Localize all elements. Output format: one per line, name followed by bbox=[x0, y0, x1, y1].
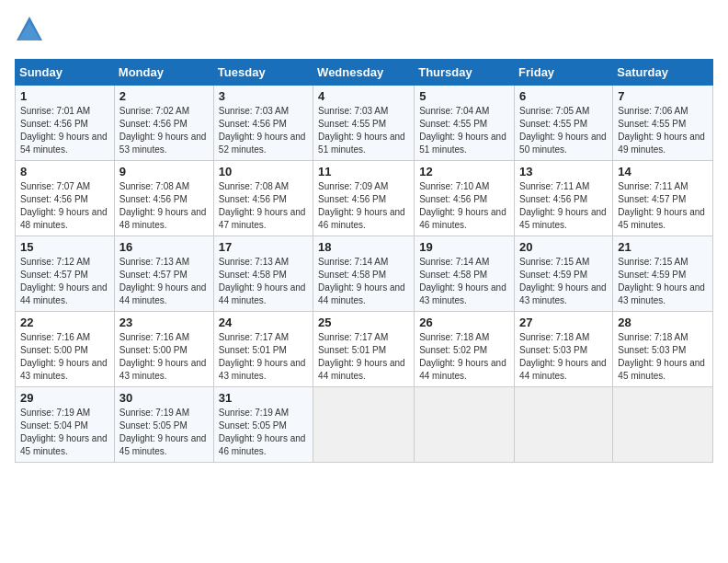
calendar-cell: 25Sunrise: 7:17 AMSunset: 5:01 PMDayligh… bbox=[313, 312, 415, 387]
day-info: Sunrise: 7:10 AMSunset: 4:56 PMDaylight:… bbox=[419, 180, 509, 232]
day-number: 21 bbox=[618, 240, 708, 254]
calendar-week-row: 22Sunrise: 7:16 AMSunset: 5:00 PMDayligh… bbox=[16, 312, 713, 387]
calendar-cell: 11Sunrise: 7:09 AMSunset: 4:56 PMDayligh… bbox=[313, 161, 415, 236]
day-info: Sunrise: 7:16 AMSunset: 5:00 PMDaylight:… bbox=[20, 331, 109, 383]
day-info: Sunrise: 7:12 AMSunset: 4:57 PMDaylight:… bbox=[20, 256, 109, 307]
calendar-week-row: 29Sunrise: 7:19 AMSunset: 5:04 PMDayligh… bbox=[16, 387, 713, 463]
day-number: 24 bbox=[219, 316, 308, 329]
day-info: Sunrise: 7:18 AMSunset: 5:03 PMDaylight:… bbox=[618, 331, 708, 383]
day-number: 29 bbox=[20, 391, 109, 405]
calendar-cell: 1Sunrise: 7:01 AMSunset: 4:56 PMDaylight… bbox=[16, 86, 115, 161]
page-header bbox=[15, 15, 713, 48]
day-info: Sunrise: 7:19 AMSunset: 5:05 PMDaylight:… bbox=[119, 407, 209, 458]
day-number: 16 bbox=[119, 240, 209, 254]
day-number: 13 bbox=[519, 165, 608, 178]
day-info: Sunrise: 7:17 AMSunset: 5:01 PMDaylight:… bbox=[219, 331, 308, 383]
day-number: 17 bbox=[219, 240, 308, 254]
day-info: Sunrise: 7:02 AMSunset: 4:56 PMDaylight:… bbox=[119, 105, 209, 156]
calendar-cell: 18Sunrise: 7:14 AMSunset: 4:58 PMDayligh… bbox=[313, 236, 415, 312]
day-info: Sunrise: 7:13 AMSunset: 4:58 PMDaylight:… bbox=[219, 256, 308, 307]
calendar-cell: 10Sunrise: 7:08 AMSunset: 4:56 PMDayligh… bbox=[213, 161, 313, 236]
day-number: 22 bbox=[20, 316, 109, 329]
calendar-cell bbox=[313, 387, 415, 463]
calendar-cell: 17Sunrise: 7:13 AMSunset: 4:58 PMDayligh… bbox=[213, 236, 313, 312]
day-info: Sunrise: 7:09 AMSunset: 4:56 PMDaylight:… bbox=[318, 180, 409, 232]
day-number: 10 bbox=[219, 165, 308, 178]
day-number: 4 bbox=[318, 89, 409, 103]
day-info: Sunrise: 7:16 AMSunset: 5:00 PMDaylight:… bbox=[119, 331, 209, 383]
day-info: Sunrise: 7:19 AMSunset: 5:05 PMDaylight:… bbox=[219, 407, 308, 458]
day-number: 31 bbox=[219, 391, 308, 405]
day-number: 19 bbox=[419, 240, 509, 254]
calendar-cell: 19Sunrise: 7:14 AMSunset: 4:58 PMDayligh… bbox=[415, 236, 515, 312]
calendar-cell: 3Sunrise: 7:03 AMSunset: 4:56 PMDaylight… bbox=[213, 86, 313, 161]
day-number: 30 bbox=[119, 391, 209, 405]
calendar-cell: 27Sunrise: 7:18 AMSunset: 5:03 PMDayligh… bbox=[515, 312, 613, 387]
day-info: Sunrise: 7:05 AMSunset: 4:55 PMDaylight:… bbox=[519, 105, 608, 156]
day-number: 9 bbox=[119, 165, 209, 178]
calendar-cell bbox=[515, 387, 613, 463]
calendar-cell: 13Sunrise: 7:11 AMSunset: 4:56 PMDayligh… bbox=[515, 161, 613, 236]
weekday-header: Tuesday bbox=[213, 60, 313, 86]
day-info: Sunrise: 7:11 AMSunset: 4:57 PMDaylight:… bbox=[618, 180, 708, 232]
day-info: Sunrise: 7:08 AMSunset: 4:56 PMDaylight:… bbox=[119, 180, 209, 232]
day-info: Sunrise: 7:14 AMSunset: 4:58 PMDaylight:… bbox=[318, 256, 409, 307]
calendar-cell: 15Sunrise: 7:12 AMSunset: 4:57 PMDayligh… bbox=[16, 236, 115, 312]
calendar-cell: 26Sunrise: 7:18 AMSunset: 5:02 PMDayligh… bbox=[415, 312, 515, 387]
calendar-cell: 22Sunrise: 7:16 AMSunset: 5:00 PMDayligh… bbox=[16, 312, 115, 387]
logo-icon bbox=[15, 15, 44, 48]
weekday-header: Saturday bbox=[613, 60, 713, 86]
day-number: 7 bbox=[618, 89, 708, 103]
calendar-table: SundayMondayTuesdayWednesdayThursdayFrid… bbox=[15, 59, 713, 463]
calendar-cell: 24Sunrise: 7:17 AMSunset: 5:01 PMDayligh… bbox=[213, 312, 313, 387]
day-info: Sunrise: 7:13 AMSunset: 4:57 PMDaylight:… bbox=[119, 256, 209, 307]
calendar-cell: 5Sunrise: 7:04 AMSunset: 4:55 PMDaylight… bbox=[415, 86, 515, 161]
day-number: 15 bbox=[20, 240, 109, 254]
day-info: Sunrise: 7:15 AMSunset: 4:59 PMDaylight:… bbox=[519, 256, 608, 307]
calendar-cell: 16Sunrise: 7:13 AMSunset: 4:57 PMDayligh… bbox=[114, 236, 213, 312]
weekday-header: Wednesday bbox=[313, 60, 415, 86]
day-info: Sunrise: 7:04 AMSunset: 4:55 PMDaylight:… bbox=[419, 105, 509, 156]
calendar-cell: 12Sunrise: 7:10 AMSunset: 4:56 PMDayligh… bbox=[415, 161, 515, 236]
calendar-cell: 9Sunrise: 7:08 AMSunset: 4:56 PMDaylight… bbox=[114, 161, 213, 236]
weekday-header: Friday bbox=[515, 60, 613, 86]
day-info: Sunrise: 7:19 AMSunset: 5:04 PMDaylight:… bbox=[20, 407, 109, 458]
day-info: Sunrise: 7:06 AMSunset: 4:55 PMDaylight:… bbox=[618, 105, 708, 156]
calendar-cell: 28Sunrise: 7:18 AMSunset: 5:03 PMDayligh… bbox=[613, 312, 713, 387]
calendar-cell: 4Sunrise: 7:03 AMSunset: 4:55 PMDaylight… bbox=[313, 86, 415, 161]
calendar-cell: 8Sunrise: 7:07 AMSunset: 4:56 PMDaylight… bbox=[16, 161, 115, 236]
calendar-cell: 21Sunrise: 7:15 AMSunset: 4:59 PMDayligh… bbox=[613, 236, 713, 312]
day-info: Sunrise: 7:18 AMSunset: 5:03 PMDaylight:… bbox=[519, 331, 608, 383]
day-number: 23 bbox=[119, 316, 209, 329]
day-number: 6 bbox=[519, 89, 608, 103]
day-number: 2 bbox=[119, 89, 209, 103]
day-info: Sunrise: 7:14 AMSunset: 4:58 PMDaylight:… bbox=[419, 256, 509, 307]
day-number: 5 bbox=[419, 89, 509, 103]
calendar-header-row: SundayMondayTuesdayWednesdayThursdayFrid… bbox=[16, 60, 713, 86]
calendar-week-row: 1Sunrise: 7:01 AMSunset: 4:56 PMDaylight… bbox=[16, 86, 713, 161]
calendar-cell: 7Sunrise: 7:06 AMSunset: 4:55 PMDaylight… bbox=[613, 86, 713, 161]
day-info: Sunrise: 7:11 AMSunset: 4:56 PMDaylight:… bbox=[519, 180, 608, 232]
calendar-cell bbox=[613, 387, 713, 463]
calendar-cell: 14Sunrise: 7:11 AMSunset: 4:57 PMDayligh… bbox=[613, 161, 713, 236]
calendar-cell: 2Sunrise: 7:02 AMSunset: 4:56 PMDaylight… bbox=[114, 86, 213, 161]
day-number: 8 bbox=[20, 165, 109, 178]
weekday-header: Monday bbox=[114, 60, 213, 86]
day-number: 28 bbox=[618, 316, 708, 329]
day-info: Sunrise: 7:07 AMSunset: 4:56 PMDaylight:… bbox=[20, 180, 109, 232]
day-number: 20 bbox=[519, 240, 608, 254]
day-number: 1 bbox=[20, 89, 109, 103]
calendar-cell: 6Sunrise: 7:05 AMSunset: 4:55 PMDaylight… bbox=[515, 86, 613, 161]
weekday-header: Thursday bbox=[415, 60, 515, 86]
calendar-cell: 23Sunrise: 7:16 AMSunset: 5:00 PMDayligh… bbox=[114, 312, 213, 387]
calendar-week-row: 8Sunrise: 7:07 AMSunset: 4:56 PMDaylight… bbox=[16, 161, 713, 236]
day-info: Sunrise: 7:08 AMSunset: 4:56 PMDaylight:… bbox=[219, 180, 308, 232]
day-info: Sunrise: 7:17 AMSunset: 5:01 PMDaylight:… bbox=[318, 331, 409, 383]
day-number: 11 bbox=[318, 165, 409, 178]
day-info: Sunrise: 7:03 AMSunset: 4:55 PMDaylight:… bbox=[318, 105, 409, 156]
day-info: Sunrise: 7:01 AMSunset: 4:56 PMDaylight:… bbox=[20, 105, 109, 156]
day-number: 27 bbox=[519, 316, 608, 329]
calendar-cell: 31Sunrise: 7:19 AMSunset: 5:05 PMDayligh… bbox=[213, 387, 313, 463]
logo bbox=[15, 15, 48, 48]
calendar-cell: 29Sunrise: 7:19 AMSunset: 5:04 PMDayligh… bbox=[16, 387, 115, 463]
